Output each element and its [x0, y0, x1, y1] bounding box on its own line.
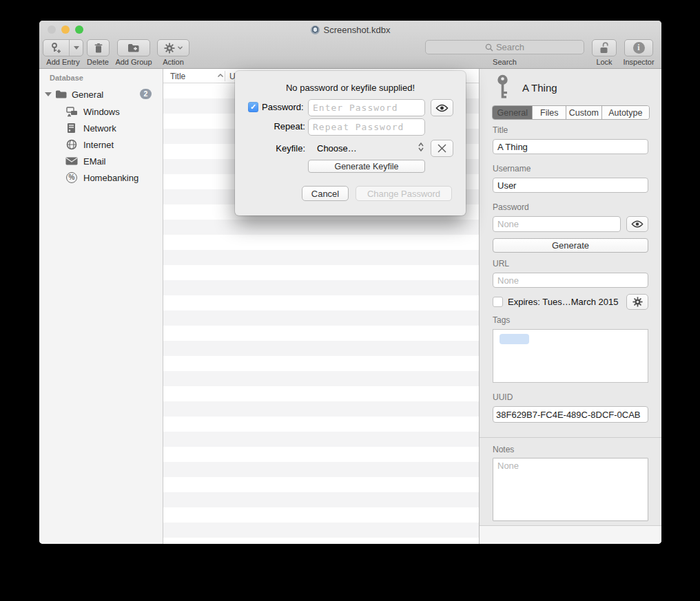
- add-group-button[interactable]: [117, 39, 150, 56]
- inspector-label: Inspector: [618, 58, 659, 66]
- add-group-label: Add Group: [112, 58, 156, 66]
- expires-checkbox[interactable]: [493, 297, 503, 307]
- keyfile-label: Keyfile:: [262, 143, 305, 154]
- gear-icon: [164, 43, 175, 54]
- tags-field[interactable]: [493, 329, 648, 383]
- username-field[interactable]: [493, 178, 648, 193]
- inspector-footer: [480, 526, 661, 544]
- reveal-password-button[interactable]: [626, 216, 648, 232]
- sidebar-item-label: Homebanking: [83, 173, 138, 183]
- app-window: Screenshot.kdbx Add Entry Delete Add: [39, 21, 661, 544]
- sidebar-item-label: Windows: [83, 107, 120, 117]
- search-input[interactable]: Search: [425, 40, 584, 54]
- tab-files[interactable]: Files: [532, 106, 566, 119]
- folder-plus-icon: [127, 43, 140, 53]
- folder-icon: [55, 89, 67, 99]
- cancel-button[interactable]: Cancel: [302, 186, 349, 201]
- tab-autotype[interactable]: Autotype: [601, 106, 649, 119]
- sidebar-header: Database: [50, 74, 83, 82]
- chevron-down-icon[interactable]: [70, 46, 83, 50]
- notes-label: Notes: [493, 445, 514, 454]
- generate-button[interactable]: Generate: [493, 238, 648, 253]
- add-entry-button[interactable]: [43, 39, 83, 56]
- sidebar-item-network[interactable]: Network: [39, 122, 163, 136]
- server-icon: [67, 123, 76, 134]
- expires-options-button[interactable]: [626, 294, 648, 310]
- document-icon: [311, 25, 320, 34]
- lock-button[interactable]: [592, 39, 617, 56]
- inspector-button[interactable]: i: [624, 39, 653, 56]
- entry-title: A Thing: [522, 82, 557, 94]
- repeat-label: Repeat:: [262, 121, 305, 131]
- eye-icon: [435, 104, 449, 112]
- tab-custom[interactable]: Custom: [566, 106, 601, 119]
- change-password-button[interactable]: Change Password: [356, 186, 452, 201]
- dialog-message: No password or keyfile supplied!: [235, 83, 466, 93]
- key-plus-icon: [43, 42, 69, 54]
- sidebar-item-label: Network: [83, 123, 116, 134]
- column-divider[interactable]: [225, 71, 225, 81]
- sidebar-item-homebanking[interactable]: % Homebanking: [39, 171, 163, 185]
- add-entry-label: Add Entry: [43, 58, 83, 66]
- sidebar-item-email[interactable]: EMail: [39, 155, 163, 169]
- windows-group-icon: [66, 107, 78, 117]
- info-icon: i: [633, 42, 645, 54]
- key-icon: [493, 74, 512, 101]
- sidebar-item-internet[interactable]: Internet: [39, 138, 163, 152]
- lock-label: Lock: [588, 58, 621, 66]
- disclosure-triangle-icon[interactable]: [45, 92, 52, 96]
- password-label: Password:: [262, 102, 304, 112]
- repeat-password-field[interactable]: [308, 118, 425, 136]
- clear-keyfile-button[interactable]: [431, 140, 453, 157]
- sidebar: Database General 2 Windows Network: [39, 69, 163, 544]
- enter-password-field[interactable]: [308, 99, 425, 116]
- tags-label: Tags: [493, 315, 510, 325]
- title-field[interactable]: [493, 139, 648, 154]
- title-label: Title: [493, 125, 508, 135]
- url-field[interactable]: [493, 273, 648, 288]
- keyfile-popup[interactable]: Choose…: [317, 143, 357, 154]
- sort-ascending-icon: [218, 74, 223, 77]
- password-label: Password: [493, 202, 529, 212]
- trash-icon: [94, 43, 103, 54]
- username-label: Username: [493, 164, 531, 173]
- sidebar-item-label: General: [72, 89, 103, 100]
- password-checkbox[interactable]: ✓: [248, 102, 258, 112]
- action-button[interactable]: [157, 39, 189, 56]
- search-label: Search: [425, 58, 584, 66]
- gear-icon: [632, 297, 643, 307]
- tag-token[interactable]: [500, 334, 529, 344]
- percent-icon: %: [66, 172, 77, 183]
- uuid-field[interactable]: [493, 406, 648, 423]
- generate-keyfile-button[interactable]: Generate Keyfile: [308, 160, 425, 173]
- column-header-title[interactable]: Title: [170, 72, 185, 81]
- password-field[interactable]: [493, 216, 621, 232]
- sidebar-item-general[interactable]: General 2: [39, 88, 163, 102]
- search-icon: [485, 43, 493, 52]
- close-x-icon: [438, 144, 446, 153]
- expires-label: Expires: Tues…March 2015: [508, 297, 618, 307]
- chevron-down-icon: [178, 46, 183, 50]
- globe-icon: [66, 139, 77, 150]
- eye-icon: [631, 220, 644, 228]
- inspector-tabs: General Files Custom Autotype: [492, 105, 650, 120]
- window-title: Screenshot.kdbx: [39, 25, 661, 35]
- sidebar-item-windows[interactable]: Windows: [39, 105, 163, 119]
- delete-button[interactable]: [87, 39, 110, 56]
- lock-open-icon: [599, 42, 610, 54]
- tab-general[interactable]: General: [493, 106, 532, 119]
- url-label: URL: [493, 259, 509, 268]
- sidebar-item-label: Internet: [83, 140, 114, 150]
- toolbar: Screenshot.kdbx Add Entry Delete Add: [39, 21, 661, 69]
- uuid-label: UUID: [493, 392, 513, 402]
- search-placeholder: Search: [496, 42, 524, 52]
- divider: [480, 437, 661, 438]
- change-password-dialog: No password or keyfile supplied! ✓ Passw…: [235, 71, 466, 215]
- notes-field[interactable]: [493, 458, 648, 521]
- inspector-panel: A Thing General Files Custom Autotype Ti…: [479, 69, 661, 544]
- popup-stepper-icon[interactable]: [418, 143, 424, 151]
- envelope-icon: [65, 157, 78, 165]
- reveal-password-button[interactable]: [431, 99, 453, 116]
- count-badge: 2: [140, 89, 152, 99]
- delete-label: Delete: [82, 58, 114, 66]
